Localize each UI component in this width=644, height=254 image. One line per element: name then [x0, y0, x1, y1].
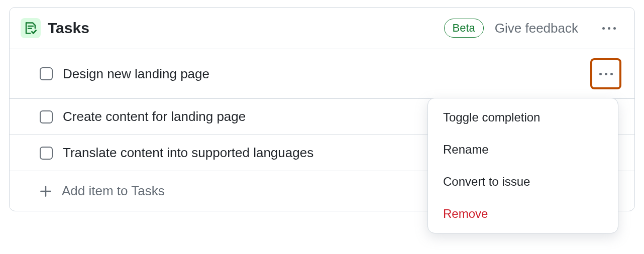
tasks-icon [21, 18, 41, 38]
menu-toggle-completion[interactable]: Toggle completion [428, 101, 618, 134]
kebab-icon [602, 27, 616, 30]
task-context-menu: Toggle completion Rename Convert to issu… [427, 98, 618, 233]
task-row[interactable]: Design new landing page [10, 49, 634, 98]
menu-convert-to-issue[interactable]: Convert to issue [428, 166, 618, 198]
card-header: Tasks Beta Give feedback [10, 8, 634, 49]
task-checkbox[interactable] [40, 110, 53, 123]
task-options-button[interactable] [591, 59, 620, 88]
add-item-label: Add item to Tasks [62, 183, 165, 199]
plus-icon [40, 185, 52, 197]
menu-remove[interactable]: Remove [428, 198, 618, 230]
page-title: Tasks [48, 20, 444, 37]
task-checkbox[interactable] [40, 67, 53, 80]
task-checkbox[interactable] [40, 147, 53, 160]
tasks-card: Tasks Beta Give feedback Design new land… [9, 7, 635, 211]
menu-rename[interactable]: Rename [428, 134, 618, 166]
kebab-icon [599, 73, 613, 75]
give-feedback-link[interactable]: Give feedback [495, 21, 578, 36]
card-options-button[interactable] [597, 17, 620, 40]
task-title: Design new landing page [63, 66, 591, 82]
beta-badge: Beta [444, 19, 484, 38]
